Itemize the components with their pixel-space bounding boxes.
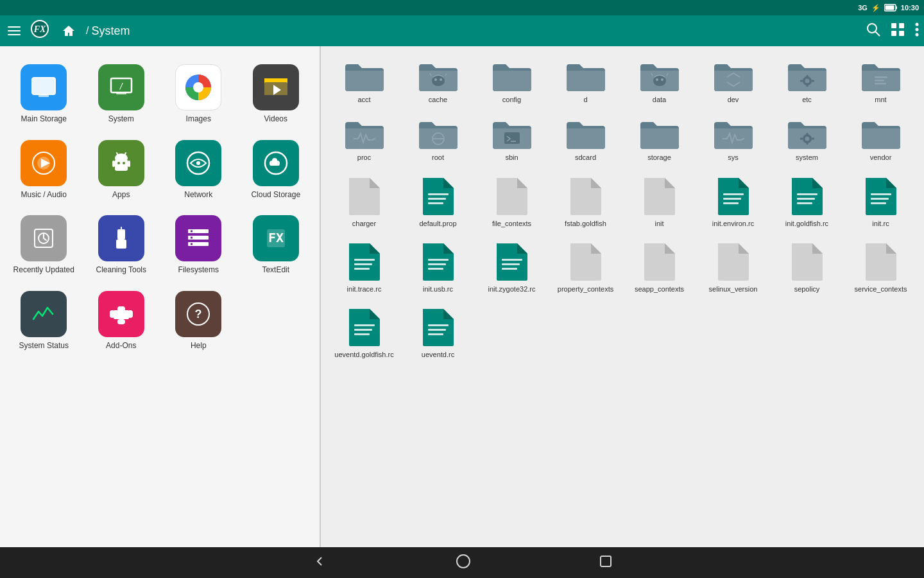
folder-sbin[interactable]: sbin	[476, 112, 547, 167]
folder-d[interactable]: d	[550, 54, 621, 109]
shortcut-filesystems[interactable]: Filesystems	[160, 207, 237, 283]
folder-root[interactable]: root	[402, 112, 474, 167]
folder-data[interactable]: data	[624, 54, 695, 109]
file-init-label: init	[654, 219, 663, 228]
svg-rect-12	[891, 31, 896, 36]
svg-rect-97	[723, 198, 741, 200]
images-icon	[175, 64, 221, 110]
file-init-trace-label: init.trace.rc	[347, 285, 382, 293]
file-fstab-goldfish[interactable]: fstab.goldfish	[550, 170, 621, 233]
grid-button[interactable]	[891, 22, 905, 40]
svg-point-40	[123, 162, 125, 164]
svg-point-70	[656, 78, 658, 81]
folder-dev-label: dev	[728, 95, 739, 104]
shortcut-system-status[interactable]: System Status	[5, 283, 83, 359]
system-icon: /	[98, 64, 144, 110]
shortcut-main-storage[interactable]: Main Storage	[5, 57, 83, 132]
svg-rect-2	[885, 6, 894, 10]
file-default-prop-label: default.prop	[419, 219, 456, 228]
shortcut-add-ons[interactable]: Add-Ons	[83, 283, 160, 359]
file-seapp-contexts[interactable]: seapp_contexts	[624, 236, 695, 299]
folder-acct[interactable]: acct	[329, 54, 400, 109]
svg-point-120	[457, 555, 470, 568]
app-logo: FX	[28, 20, 51, 42]
folder-sdcard[interactable]: sdcard	[550, 112, 621, 167]
file-init-goldfish-rc[interactable]: init.goldfish.rc	[771, 170, 843, 233]
folder-root-icon	[418, 117, 459, 150]
shortcut-music[interactable]: Music / Audio	[5, 132, 83, 208]
file-default-prop-icon	[420, 175, 456, 216]
svg-rect-79	[800, 80, 803, 82]
svg-rect-98	[723, 202, 739, 204]
shortcut-apps[interactable]: Apps	[83, 132, 160, 208]
file-service-contexts[interactable]: service_contexts	[845, 236, 916, 299]
folder-config[interactable]: config	[476, 54, 547, 109]
svg-rect-22	[116, 92, 126, 94]
home-nav-button[interactable]	[456, 554, 471, 572]
file-init-rc-label: init.rc	[872, 219, 889, 228]
hamburger-menu[interactable]	[5, 22, 23, 40]
file-init-goldfish-label: init.goldfish.rc	[785, 219, 828, 228]
file-charger[interactable]: charger	[329, 170, 400, 233]
folder-proc[interactable]: proc	[329, 112, 400, 167]
svg-rect-47	[116, 240, 126, 249]
file-ueventd-goldfish[interactable]: ueventd.goldfish.rc	[329, 301, 400, 364]
svg-point-64	[432, 76, 445, 86]
shortcut-network[interactable]: Network	[160, 132, 237, 208]
shortcut-textedit[interactable]: FX TextEdit	[237, 207, 315, 283]
overflow-menu-button[interactable]	[915, 22, 919, 40]
folder-etc[interactable]: etc	[771, 54, 843, 109]
right-panel: acct cache	[321, 46, 924, 547]
svg-rect-105	[354, 259, 375, 261]
file-property-contexts[interactable]: property_contexts	[550, 236, 621, 299]
svg-rect-76	[806, 75, 808, 78]
file-selinux-version[interactable]: selinux_version	[697, 236, 769, 299]
folder-system[interactable]: system	[771, 112, 843, 167]
file-contexts-icon	[494, 175, 530, 216]
shortcut-help[interactable]: ? Help	[160, 283, 237, 359]
file-init-zygote32-rc[interactable]: init.zygote32.rc	[476, 236, 547, 299]
folder-cache-label: cache	[429, 95, 447, 104]
breadcrumb-separator: /	[86, 25, 89, 37]
folder-proc-icon	[344, 117, 385, 150]
svg-rect-3	[8, 26, 21, 28]
file-default-prop[interactable]: default.prop	[402, 170, 474, 233]
recently-updated-label: Recently Updated	[13, 265, 74, 276]
main-content: Main Storage / System	[0, 46, 924, 547]
file-init-usb-rc[interactable]: init.usb.rc	[402, 236, 474, 299]
shortcut-videos[interactable]: Videos	[237, 57, 315, 132]
file-ueventd-rc[interactable]: ueventd.rc	[402, 301, 474, 364]
folder-cache[interactable]: cache	[402, 54, 474, 109]
folder-vendor[interactable]: vendor	[845, 112, 916, 167]
shortcut-recently-updated[interactable]: Recently Updated	[5, 207, 83, 283]
folder-sys[interactable]: sys	[697, 112, 769, 167]
file-init-trace-rc[interactable]: init.trace.rc	[329, 236, 400, 299]
file-file-contexts[interactable]: file_contexts	[476, 170, 547, 233]
file-init-rc[interactable]: init.rc	[845, 170, 916, 233]
search-button[interactable]	[866, 22, 880, 40]
shortcut-cloud[interactable]: Cloud Storage	[237, 132, 315, 208]
file-init-environ-rc[interactable]: init.environ.rc	[697, 170, 769, 233]
shortcut-cleaning-tools[interactable]: Cleaning Tools	[83, 207, 160, 283]
recents-button[interactable]	[599, 555, 612, 571]
folder-sbin-icon	[492, 117, 533, 150]
file-init[interactable]: init	[624, 170, 695, 233]
folder-dev[interactable]: dev	[697, 54, 769, 109]
videos-icon	[253, 64, 299, 110]
folder-storage[interactable]: storage	[624, 112, 695, 167]
shortcut-system[interactable]: / System	[83, 57, 160, 132]
svg-point-16	[916, 33, 919, 36]
svg-rect-95	[428, 202, 443, 204]
home-button[interactable]	[56, 22, 81, 40]
folder-mnt[interactable]: mnt	[845, 54, 916, 109]
file-sepolicy[interactable]: sepolicy	[771, 236, 843, 299]
file-init-environ-icon	[715, 175, 751, 216]
system-status-icon	[21, 291, 67, 337]
svg-rect-53	[191, 237, 193, 239]
shortcut-images[interactable]: Images	[160, 57, 237, 132]
svg-rect-35	[112, 161, 115, 167]
file-seapp-label: seapp_contexts	[635, 285, 684, 293]
svg-rect-60	[110, 310, 115, 318]
back-button[interactable]	[312, 554, 327, 572]
svg-rect-92	[800, 138, 803, 140]
